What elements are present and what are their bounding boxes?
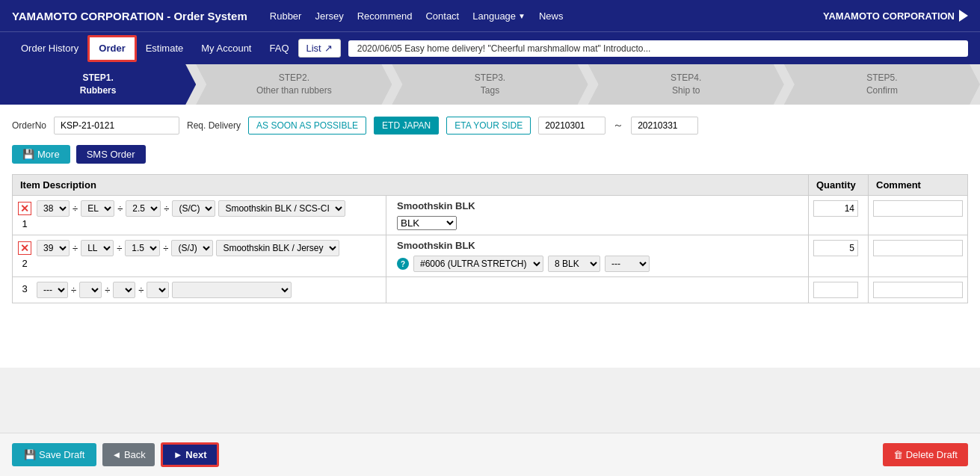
list-button[interactable]: List ↗ <box>298 39 341 58</box>
row1-delete-button[interactable]: ✕ <box>18 202 31 215</box>
row2-size1-select[interactable]: 39 <box>37 240 70 256</box>
step3-label: Tags <box>475 84 505 97</box>
nav-jersey[interactable]: Jersey <box>315 10 343 22</box>
step1-number: STEP1. <box>80 72 117 84</box>
top-navbar: YAMAMOTO CORPORATION - Order System Rubb… <box>0 0 980 31</box>
row1-right-desc: Smoothskin BLK BLK <box>386 196 809 235</box>
items-table: Item Description Quantity Comment ✕ 1 <box>12 174 968 303</box>
step4-label: Ship to <box>671 84 701 97</box>
table-row: ✕ 1 38 ÷ EL ÷ 2.5 ÷ (S/C) <box>13 196 968 235</box>
date-to-input[interactable] <box>631 117 698 135</box>
row2-right-title: Smoothskin BLK <box>397 240 804 251</box>
th-comment: Comment <box>869 175 968 196</box>
row2-size2-select[interactable]: LL <box>81 240 114 256</box>
order-no-input[interactable] <box>54 117 179 135</box>
nav-order[interactable]: Order <box>87 35 136 62</box>
row3-number: 3 <box>22 283 27 294</box>
step5-number: STEP5. <box>866 72 898 84</box>
main-content: OrderNo Req. Delivery AS SOON AS POSSIBL… <box>0 105 980 368</box>
row2-desc-inner: 39 ÷ LL ÷ 1.5 ÷ (S/J) Smoothskin BLK / J… <box>37 240 339 256</box>
th-item-desc: Item Description <box>13 175 809 196</box>
right-brand: YAMAMOTO CORPORATION <box>823 10 968 22</box>
row2-right-desc: Smoothskin BLK ? #6006 (ULTRA STRETCH) 8… <box>386 235 809 277</box>
steps-bar: STEP1. Rubbers STEP2. Other than rubbers… <box>0 64 980 105</box>
nav-news[interactable]: News <box>539 10 564 22</box>
step4: STEP4. Ship to <box>588 64 784 105</box>
help-icon[interactable]: ? <box>397 258 409 270</box>
step2-number: STEP2. <box>256 72 332 84</box>
row1-size1-select[interactable]: 38 <box>37 200 70 217</box>
nav-order-history[interactable]: Order History <box>12 32 87 65</box>
row1-color-select[interactable]: BLK <box>397 216 457 230</box>
row3-comment-cell <box>869 277 968 303</box>
row1-size3-select[interactable]: 2.5 <box>126 200 161 217</box>
asap-button[interactable]: AS SOON AS POSSIBLE <box>248 117 366 135</box>
row3-size4-select[interactable] <box>147 282 169 298</box>
sms-order-button[interactable]: SMS Order <box>76 145 146 164</box>
row2-comment-input[interactable] <box>873 240 963 256</box>
step2-label: Other than rubbers <box>256 84 332 97</box>
date-from-input[interactable] <box>538 117 605 135</box>
row3-qty-cell <box>809 277 869 303</box>
right-brand-arrow-icon <box>959 10 968 22</box>
row2-qty-input[interactable] <box>813 240 858 256</box>
step3-number: STEP3. <box>475 72 505 84</box>
row2-item-select[interactable]: Smoothskin BLK / Jersey <box>216 240 339 256</box>
table-row: 3 --- ÷ ÷ ÷ <box>13 277 968 303</box>
row2-lining-extra-select[interactable]: --- <box>605 256 650 272</box>
brand-title: YAMAMOTO CORPORATION - Order System <box>12 10 247 22</box>
step1: STEP1. Rubbers <box>0 64 196 105</box>
news-ticker: 2020/06/05 Easy home delivery! "Cheerful… <box>348 40 968 57</box>
row1-size2-select[interactable]: EL <box>81 200 114 217</box>
row3-comment-input[interactable] <box>873 282 963 298</box>
row3-desc-inner: --- ÷ ÷ ÷ <box>37 282 292 298</box>
order-no-label: OrderNo <box>12 120 46 131</box>
row3-item-select[interactable] <box>172 282 292 298</box>
row2-lining-color-select[interactable]: 8 BLK <box>548 256 600 272</box>
row3-size2-select[interactable] <box>79 282 102 298</box>
row2-lining-code-select[interactable]: #6006 (ULTRA STRETCH) <box>413 256 543 272</box>
etd-japan-button[interactable]: ETD JAPAN <box>374 117 439 135</box>
row2-comment-cell <box>869 235 968 277</box>
row2-detail-row: ? #6006 (ULTRA STRETCH) 8 BLK --- <box>397 256 804 272</box>
actions-row: 💾 More SMS Order <box>12 145 968 164</box>
row1-size4-select[interactable]: (S/C) <box>172 200 215 217</box>
nav-estimate[interactable]: Estimate <box>137 32 193 65</box>
step5-label: Confirm <box>866 84 898 97</box>
req-delivery-label: Req. Delivery <box>187 120 241 131</box>
nav-my-account[interactable]: My Account <box>192 32 260 65</box>
row2-size3-select[interactable]: 1.5 <box>125 240 160 256</box>
row1-desc-inner: 38 ÷ EL ÷ 2.5 ÷ (S/C) Smoothskin BLK / S… <box>37 200 345 217</box>
nav-language[interactable]: Language ▼ <box>472 10 526 22</box>
step3: STEP3. Tags <box>392 64 588 105</box>
row1-comment-input[interactable] <box>873 200 963 217</box>
row2-qty-cell <box>809 235 869 277</box>
row1-desc-cell: ✕ 1 38 ÷ EL ÷ 2.5 ÷ (S/C) <box>13 196 386 235</box>
row2-delete-button[interactable]: ✕ <box>18 241 31 255</box>
row3-size1-select[interactable]: --- <box>37 282 68 298</box>
eta-your-side-button[interactable]: ETA YOUR SIDE <box>446 117 531 135</box>
nav-contact[interactable]: Contact <box>425 10 459 22</box>
date-tilde: ～ <box>613 119 623 132</box>
row1-item-select[interactable]: Smoothskin BLK / SCS-CI <box>218 200 345 217</box>
nav-recommend[interactable]: Recommend <box>357 10 413 22</box>
nav-faq[interactable]: FAQ <box>260 32 298 65</box>
row3-size3-select[interactable] <box>113 282 135 298</box>
row2-size4-select[interactable]: (S/J) <box>171 240 213 256</box>
more-button[interactable]: 💾 More <box>12 145 70 164</box>
order-info-row: OrderNo Req. Delivery AS SOON AS POSSIBL… <box>12 117 968 135</box>
row1-number: 1 <box>22 218 27 229</box>
row3-qty-input[interactable] <box>813 282 858 298</box>
row3-desc-cell: 3 --- ÷ ÷ ÷ <box>13 277 386 303</box>
nav-rubber[interactable]: Rubber <box>270 10 302 22</box>
row1-comment-cell <box>869 196 968 235</box>
step4-number: STEP4. <box>671 72 701 84</box>
table-row: ✕ 2 39 ÷ LL ÷ 1.5 ÷ (S/J) <box>13 235 968 277</box>
step2: STEP2. Other than rubbers <box>196 64 392 105</box>
step5: STEP5. Confirm <box>784 64 980 105</box>
language-dropdown-arrow: ▼ <box>518 12 526 20</box>
row1-qty-cell <box>809 196 869 235</box>
external-link-icon: ↗ <box>324 43 333 54</box>
row1-qty-input[interactable] <box>813 200 858 217</box>
save-icon: 💾 <box>22 149 34 160</box>
